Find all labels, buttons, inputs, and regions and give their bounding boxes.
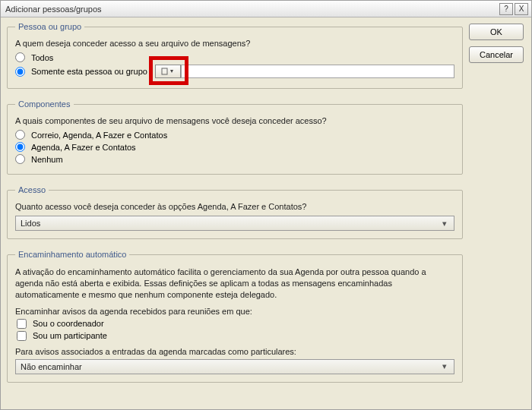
radio-row-somente: Somente esta pessoa ou grupo	[15, 65, 454, 78]
person-picker-button[interactable]	[155, 65, 181, 78]
close-button[interactable]: X	[515, 3, 528, 15]
dialog-buttons: OK Cancelar	[469, 24, 524, 63]
radio-somente[interactable]	[15, 67, 25, 77]
radio-comp-correio[interactable]	[15, 130, 25, 140]
radio-comp-correio-label: Correio, Agenda, A Fazer e Contatos	[31, 131, 167, 140]
dialog-window: Adicionar pessoas/grupos ? X OK Cancelar…	[0, 0, 532, 410]
encaminhamento-descr: A ativação do encaminhamento automático …	[15, 266, 454, 301]
svg-rect-0	[162, 68, 167, 74]
avisos-sublabel: Para avisos associados a entradas da age…	[15, 347, 454, 356]
chevron-down-icon: ▾	[439, 361, 451, 371]
componentes-question: A quais componentes de seu arquivo de me…	[15, 116, 454, 125]
chk-coordenador-label: Sou o coordenador	[33, 319, 104, 328]
ok-button[interactable]: OK	[469, 24, 524, 40]
group-componentes: Componentes A quais componentes de seu a…	[7, 99, 463, 175]
radio-row-todos: Todos	[15, 52, 454, 62]
titlebar: Adicionar pessoas/grupos ? X	[1, 1, 531, 17]
group-acesso-legend: Acesso	[15, 185, 49, 194]
group-acesso: Acesso Quanto acesso você deseja concede…	[7, 185, 463, 239]
radio-todos[interactable]	[15, 52, 25, 62]
radio-comp-nenhum-label: Nenhum	[31, 155, 63, 164]
svg-marker-1	[170, 70, 173, 73]
group-encaminhamento-legend: Encaminhamento automático	[15, 250, 129, 259]
group-pessoa-legend: Pessoa ou grupo	[15, 22, 84, 31]
acesso-select[interactable]: Lidos ▾	[15, 216, 454, 231]
radio-comp-agenda[interactable]	[15, 142, 25, 152]
chk-participante-label: Sou um participante	[33, 331, 107, 340]
radio-todos-label: Todos	[31, 53, 53, 62]
avisos-select-value: Não encaminhar	[21, 362, 82, 371]
window-title: Adicionar pessoas/grupos	[5, 5, 498, 14]
group-encaminhamento: Encaminhamento automático A ativação do …	[7, 250, 463, 383]
acesso-question: Quanto acesso você deseja conceder às op…	[15, 202, 454, 211]
avisos-select[interactable]: Não encaminhar ▾	[15, 359, 454, 374]
chevron-down-icon: ▾	[439, 219, 451, 229]
group-pessoa: Pessoa ou grupo A quem deseja conceder a…	[7, 22, 463, 89]
radio-somente-label: Somente esta pessoa ou grupo	[31, 67, 147, 76]
person-input[interactable]	[181, 65, 454, 78]
radio-comp-agenda-label: Agenda, A Fazer e Contatos	[31, 143, 136, 152]
encaminhar-sublabel: Encaminhar avisos da agenda recebidos pa…	[15, 307, 454, 316]
group-componentes-legend: Componentes	[15, 99, 74, 109]
help-button[interactable]: ?	[499, 3, 513, 15]
pessoa-question: A quem deseja conceder acesso a seu arqu…	[15, 39, 454, 48]
chk-participante[interactable]	[17, 331, 27, 341]
acesso-select-value: Lidos	[21, 219, 40, 228]
person-input-wrap	[155, 65, 454, 78]
chk-coordenador[interactable]	[17, 319, 27, 329]
radio-comp-nenhum[interactable]	[15, 154, 25, 164]
cancel-button[interactable]: Cancelar	[469, 46, 524, 63]
picker-icon	[161, 67, 175, 76]
dialog-body: Pessoa ou grupo A quem deseja conceder a…	[7, 22, 463, 403]
